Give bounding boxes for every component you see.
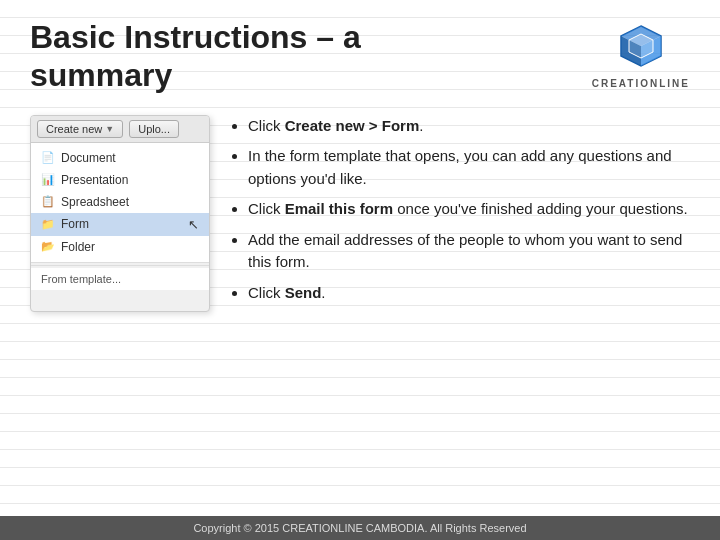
menu-item-spreadsheet[interactable]: 📋 Spreadsheet bbox=[31, 191, 209, 213]
from-template-item[interactable]: From template... bbox=[31, 268, 209, 290]
footer-text: Copyright © 2015 CREATIONLINE CAMBODIA. … bbox=[193, 522, 526, 534]
bullet5-post: . bbox=[321, 284, 325, 301]
dropdown-arrow-icon: ▼ bbox=[105, 124, 114, 134]
bullet1-bold: Create new > Form bbox=[285, 117, 420, 134]
upload-button[interactable]: Uplo... bbox=[129, 120, 179, 138]
page-title: Basic Instructions – a summary bbox=[30, 18, 361, 95]
instruction-item-1: Click Create new > Form. bbox=[248, 115, 690, 138]
main-content: Create new ▼ Uplo... 📄 Document 📊 Presen… bbox=[0, 105, 720, 313]
bullet1-post: . bbox=[419, 117, 423, 134]
bullet3-pre: Click bbox=[248, 200, 285, 217]
document-icon: 📄 bbox=[41, 151, 55, 165]
instruction-item-4: Add the email addresses of the people to… bbox=[248, 229, 690, 274]
title-line2: summary bbox=[30, 57, 172, 93]
spreadsheet-icon: 📋 bbox=[41, 195, 55, 209]
folder-icon: 📂 bbox=[41, 240, 55, 254]
instruction-item-2: In the form template that opens, you can… bbox=[248, 145, 690, 190]
footer: Copyright © 2015 CREATIONLINE CAMBODIA. … bbox=[0, 516, 720, 540]
menu-item-presentation[interactable]: 📊 Presentation bbox=[31, 169, 209, 191]
spreadsheet-label: Spreadsheet bbox=[61, 195, 129, 209]
instructions-list: Click Create new > Form. In the form tem… bbox=[230, 115, 690, 305]
instruction-item-5: Click Send. bbox=[248, 282, 690, 305]
document-label: Document bbox=[61, 151, 116, 165]
presentation-label: Presentation bbox=[61, 173, 128, 187]
header: Basic Instructions – a summary CREATIONL… bbox=[0, 0, 720, 105]
cursor-icon: ↖ bbox=[188, 217, 199, 232]
presentation-icon: 📊 bbox=[41, 173, 55, 187]
upload-label: Uplo... bbox=[138, 123, 170, 135]
logo-icon bbox=[615, 22, 667, 74]
menu-item-form[interactable]: 📁 Form ↖ bbox=[31, 213, 209, 236]
bullet3-post: once you've finished adding your questio… bbox=[393, 200, 688, 217]
instructions-panel: Click Create new > Form. In the form tem… bbox=[230, 115, 690, 313]
dropdown-menu: 📄 Document 📊 Presentation 📋 Spreadsheet … bbox=[31, 143, 209, 263]
form-icon: 📁 bbox=[41, 217, 55, 231]
create-new-button[interactable]: Create new ▼ bbox=[37, 120, 123, 138]
instruction-item-3: Click Email this form once you've finish… bbox=[248, 198, 690, 221]
menu-item-folder[interactable]: 📂 Folder bbox=[31, 236, 209, 258]
from-template-label: From template... bbox=[41, 273, 121, 285]
bullet3-bold: Email this form bbox=[285, 200, 393, 217]
folder-label: Folder bbox=[61, 240, 95, 254]
bullet5-pre: Click bbox=[248, 284, 285, 301]
menu-bar: Create new ▼ Uplo... bbox=[31, 116, 209, 143]
bullet5-bold: Send bbox=[285, 284, 322, 301]
screenshot-panel: Create new ▼ Uplo... 📄 Document 📊 Presen… bbox=[30, 115, 210, 313]
logo-text: CREATIONLINE bbox=[592, 78, 690, 89]
form-label: Form bbox=[61, 217, 89, 231]
bullet1-pre: Click bbox=[248, 117, 285, 134]
logo: CREATIONLINE bbox=[592, 22, 690, 89]
title-line1: Basic Instructions – a bbox=[30, 19, 361, 55]
menu-separator bbox=[31, 265, 209, 266]
menu-item-document[interactable]: 📄 Document bbox=[31, 147, 209, 169]
create-new-label: Create new bbox=[46, 123, 102, 135]
